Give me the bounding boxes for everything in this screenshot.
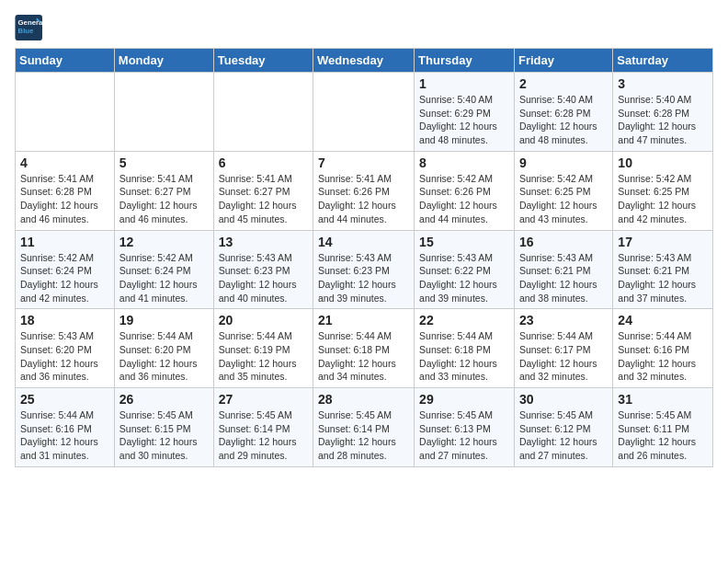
day-cell: 14Sunrise: 5:43 AM Sunset: 6:23 PM Dayli… bbox=[313, 230, 415, 309]
day-cell: 9Sunrise: 5:42 AM Sunset: 6:25 PM Daylig… bbox=[514, 151, 612, 230]
day-number: 16 bbox=[519, 235, 608, 249]
day-info: Sunrise: 5:45 AM Sunset: 6:14 PM Dayligh… bbox=[219, 408, 308, 463]
day-cell: 25Sunrise: 5:44 AM Sunset: 6:16 PM Dayli… bbox=[16, 388, 115, 467]
day-info: Sunrise: 5:44 AM Sunset: 6:18 PM Dayligh… bbox=[419, 329, 509, 384]
day-cell bbox=[213, 73, 313, 152]
day-cell: 2Sunrise: 5:40 AM Sunset: 6:28 PM Daylig… bbox=[514, 73, 612, 152]
day-info: Sunrise: 5:44 AM Sunset: 6:19 PM Dayligh… bbox=[219, 329, 308, 384]
day-number: 24 bbox=[618, 313, 708, 327]
day-number: 8 bbox=[419, 155, 509, 170]
day-info: Sunrise: 5:40 AM Sunset: 6:28 PM Dayligh… bbox=[519, 93, 608, 147]
day-info: Sunrise: 5:42 AM Sunset: 6:24 PM Dayligh… bbox=[20, 251, 109, 305]
day-cell: 13Sunrise: 5:43 AM Sunset: 6:23 PM Dayli… bbox=[213, 230, 313, 309]
day-number: 29 bbox=[419, 392, 509, 407]
day-info: Sunrise: 5:41 AM Sunset: 6:27 PM Dayligh… bbox=[119, 172, 209, 226]
day-cell: 6Sunrise: 5:41 AM Sunset: 6:27 PM Daylig… bbox=[213, 151, 313, 230]
day-info: Sunrise: 5:45 AM Sunset: 6:11 PM Dayligh… bbox=[618, 408, 708, 463]
day-number: 13 bbox=[219, 235, 308, 249]
day-cell: 28Sunrise: 5:45 AM Sunset: 6:14 PM Dayli… bbox=[313, 388, 415, 467]
day-info: Sunrise: 5:42 AM Sunset: 6:25 PM Dayligh… bbox=[519, 172, 608, 226]
day-number: 5 bbox=[119, 155, 209, 170]
day-cell: 15Sunrise: 5:43 AM Sunset: 6:22 PM Dayli… bbox=[415, 230, 515, 309]
day-cell: 26Sunrise: 5:45 AM Sunset: 6:15 PM Dayli… bbox=[114, 388, 213, 467]
week-row-4: 18Sunrise: 5:43 AM Sunset: 6:20 PM Dayli… bbox=[16, 309, 713, 388]
day-info: Sunrise: 5:43 AM Sunset: 6:20 PM Dayligh… bbox=[20, 329, 109, 384]
logo-icon: General Blue bbox=[15, 15, 44, 40]
day-info: Sunrise: 5:43 AM Sunset: 6:21 PM Dayligh… bbox=[519, 251, 608, 305]
day-cell: 21Sunrise: 5:44 AM Sunset: 6:18 PM Dayli… bbox=[313, 309, 415, 388]
day-number: 1 bbox=[419, 76, 509, 91]
day-number: 23 bbox=[519, 313, 608, 327]
day-info: Sunrise: 5:42 AM Sunset: 6:26 PM Dayligh… bbox=[419, 172, 509, 226]
day-info: Sunrise: 5:44 AM Sunset: 6:17 PM Dayligh… bbox=[519, 329, 608, 384]
day-number: 21 bbox=[318, 313, 409, 327]
svg-text:General: General bbox=[18, 18, 44, 27]
day-cell: 22Sunrise: 5:44 AM Sunset: 6:18 PM Dayli… bbox=[415, 309, 515, 388]
day-cell: 10Sunrise: 5:42 AM Sunset: 6:25 PM Dayli… bbox=[613, 151, 713, 230]
header-cell-sunday: Sunday bbox=[16, 49, 115, 73]
header-cell-monday: Monday bbox=[114, 49, 213, 73]
day-cell: 12Sunrise: 5:42 AM Sunset: 6:24 PM Dayli… bbox=[114, 230, 213, 309]
day-number: 26 bbox=[119, 392, 209, 407]
day-info: Sunrise: 5:40 AM Sunset: 6:29 PM Dayligh… bbox=[419, 93, 509, 147]
day-number: 22 bbox=[419, 313, 509, 327]
day-cell: 5Sunrise: 5:41 AM Sunset: 6:27 PM Daylig… bbox=[114, 151, 213, 230]
day-cell bbox=[313, 73, 415, 152]
day-number: 12 bbox=[119, 235, 209, 249]
day-info: Sunrise: 5:44 AM Sunset: 6:18 PM Dayligh… bbox=[318, 329, 409, 384]
day-info: Sunrise: 5:43 AM Sunset: 6:22 PM Dayligh… bbox=[419, 251, 509, 305]
header-cell-thursday: Thursday bbox=[415, 49, 515, 73]
week-row-3: 11Sunrise: 5:42 AM Sunset: 6:24 PM Dayli… bbox=[16, 230, 713, 309]
calendar-body: 1Sunrise: 5:40 AM Sunset: 6:29 PM Daylig… bbox=[16, 73, 713, 467]
day-info: Sunrise: 5:45 AM Sunset: 6:13 PM Dayligh… bbox=[419, 408, 509, 463]
day-number: 7 bbox=[318, 155, 409, 170]
day-info: Sunrise: 5:45 AM Sunset: 6:15 PM Dayligh… bbox=[119, 408, 209, 463]
day-number: 31 bbox=[618, 392, 708, 407]
day-cell: 11Sunrise: 5:42 AM Sunset: 6:24 PM Dayli… bbox=[16, 230, 115, 309]
header-cell-tuesday: Tuesday bbox=[213, 49, 313, 73]
day-info: Sunrise: 5:40 AM Sunset: 6:28 PM Dayligh… bbox=[618, 93, 708, 147]
day-number: 14 bbox=[318, 235, 409, 249]
day-number: 6 bbox=[219, 155, 308, 170]
week-row-1: 1Sunrise: 5:40 AM Sunset: 6:29 PM Daylig… bbox=[16, 73, 713, 152]
day-cell: 1Sunrise: 5:40 AM Sunset: 6:29 PM Daylig… bbox=[415, 73, 515, 152]
day-number: 30 bbox=[519, 392, 608, 407]
header-cell-wednesday: Wednesday bbox=[313, 49, 415, 73]
week-row-2: 4Sunrise: 5:41 AM Sunset: 6:28 PM Daylig… bbox=[16, 151, 713, 230]
day-cell: 4Sunrise: 5:41 AM Sunset: 6:28 PM Daylig… bbox=[16, 151, 115, 230]
day-info: Sunrise: 5:41 AM Sunset: 6:27 PM Dayligh… bbox=[219, 172, 308, 226]
day-cell: 27Sunrise: 5:45 AM Sunset: 6:14 PM Dayli… bbox=[213, 388, 313, 467]
logo: General Blue bbox=[15, 15, 51, 40]
day-cell: 23Sunrise: 5:44 AM Sunset: 6:17 PM Dayli… bbox=[514, 309, 612, 388]
day-cell: 29Sunrise: 5:45 AM Sunset: 6:13 PM Dayli… bbox=[415, 388, 515, 467]
day-cell: 19Sunrise: 5:44 AM Sunset: 6:20 PM Dayli… bbox=[114, 309, 213, 388]
day-info: Sunrise: 5:44 AM Sunset: 6:20 PM Dayligh… bbox=[119, 329, 209, 384]
day-cell: 24Sunrise: 5:44 AM Sunset: 6:16 PM Dayli… bbox=[613, 309, 713, 388]
day-info: Sunrise: 5:42 AM Sunset: 6:25 PM Dayligh… bbox=[618, 172, 708, 226]
calendar-header: SundayMondayTuesdayWednesdayThursdayFrid… bbox=[16, 49, 713, 73]
day-info: Sunrise: 5:43 AM Sunset: 6:23 PM Dayligh… bbox=[219, 251, 308, 305]
day-number: 19 bbox=[119, 313, 209, 327]
day-number: 15 bbox=[419, 235, 509, 249]
day-cell: 30Sunrise: 5:45 AM Sunset: 6:12 PM Dayli… bbox=[514, 388, 612, 467]
day-cell: 17Sunrise: 5:43 AM Sunset: 6:21 PM Dayli… bbox=[613, 230, 713, 309]
day-cell bbox=[16, 73, 115, 152]
day-cell: 31Sunrise: 5:45 AM Sunset: 6:11 PM Dayli… bbox=[613, 388, 713, 467]
day-cell: 20Sunrise: 5:44 AM Sunset: 6:19 PM Dayli… bbox=[213, 309, 313, 388]
day-number: 20 bbox=[219, 313, 308, 327]
day-number: 28 bbox=[318, 392, 409, 407]
day-info: Sunrise: 5:41 AM Sunset: 6:26 PM Dayligh… bbox=[318, 172, 409, 226]
day-cell: 8Sunrise: 5:42 AM Sunset: 6:26 PM Daylig… bbox=[415, 151, 515, 230]
day-cell: 18Sunrise: 5:43 AM Sunset: 6:20 PM Dayli… bbox=[16, 309, 115, 388]
day-info: Sunrise: 5:44 AM Sunset: 6:16 PM Dayligh… bbox=[20, 408, 109, 463]
day-number: 9 bbox=[519, 155, 608, 170]
header-cell-friday: Friday bbox=[514, 49, 612, 73]
day-cell: 16Sunrise: 5:43 AM Sunset: 6:21 PM Dayli… bbox=[514, 230, 612, 309]
day-info: Sunrise: 5:43 AM Sunset: 6:23 PM Dayligh… bbox=[318, 251, 409, 305]
day-number: 10 bbox=[618, 155, 708, 170]
day-number: 17 bbox=[618, 235, 708, 249]
day-info: Sunrise: 5:44 AM Sunset: 6:16 PM Dayligh… bbox=[618, 329, 708, 384]
day-info: Sunrise: 5:42 AM Sunset: 6:24 PM Dayligh… bbox=[119, 251, 209, 305]
header-cell-saturday: Saturday bbox=[613, 49, 713, 73]
day-cell: 3Sunrise: 5:40 AM Sunset: 6:28 PM Daylig… bbox=[613, 73, 713, 152]
